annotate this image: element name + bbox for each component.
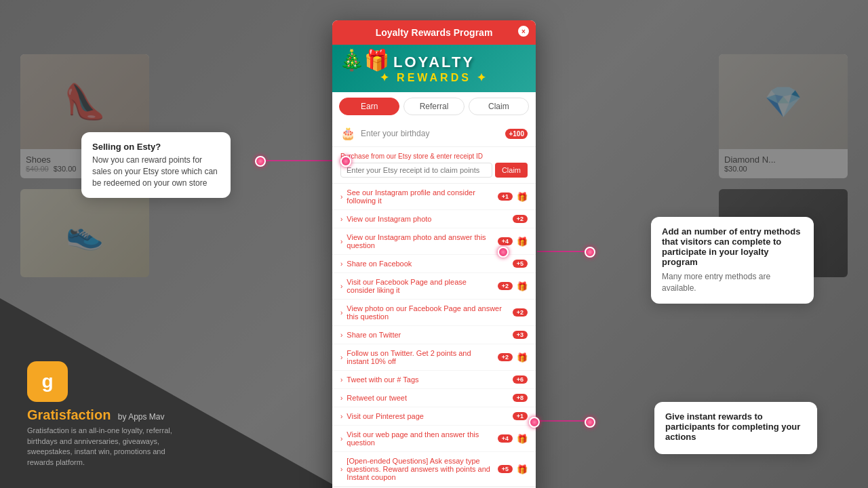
action-row[interactable]: ›View photo on our Facebook Page and ans…: [332, 300, 536, 326]
modal-close-button[interactable]: ×: [517, 24, 530, 38]
etsy-input-row: Claim: [340, 163, 528, 178]
action-row[interactable]: ›[Open-ended Questions] Ask essay type q…: [332, 452, 536, 487]
callout-entry-methods: Add an number of entry methods that visi…: [651, 217, 814, 304]
action-text: Visit our Facebook Page and please consi…: [347, 278, 494, 294]
action-text: View our Instagram photo and answer this…: [347, 233, 494, 249]
action-text: View photo on our Facebook Page and answ…: [347, 304, 509, 321]
gratisfaction-branding: g Gratisfaction by Apps Mav Gratisfactio…: [27, 361, 176, 468]
action-row[interactable]: ›View our Instagram photo+2: [332, 210, 536, 228]
action-points-badge: +2: [513, 215, 528, 223]
gratisfaction-description: Gratisfaction is an all-in-one loyalty, …: [27, 426, 176, 468]
connector-dot-right-bottom-end: [585, 417, 595, 428]
action-text: Visit our Pinterest page: [347, 412, 509, 420]
banner-main-text: LOYALTY: [380, 54, 489, 71]
action-row[interactable]: ›Visit our web page and then answer this…: [332, 426, 536, 452]
birthday-icon: 🎂: [340, 126, 355, 141]
action-chevron-icon: ›: [340, 309, 342, 317]
modal-title: Loyalty Rewards Program: [376, 27, 493, 38]
action-points-badge: +4: [498, 434, 513, 443]
etsy-claim-button[interactable]: Claim: [495, 163, 528, 178]
banner-text-block: LOYALTY ✦ REWARDS ✦: [380, 54, 489, 84]
callout-etsy-selling: Selling on Esty? Now you can reward poin…: [81, 132, 231, 198]
action-row[interactable]: ›Share on Facebook+5: [332, 255, 536, 273]
callout-etsy-title: Selling on Esty?: [92, 142, 220, 152]
action-row[interactable]: ›Retweet our tweet+8: [332, 389, 536, 407]
action-chevron-icon: ›: [340, 413, 342, 420]
connector-dot-right-bottom: [529, 417, 540, 428]
action-chevron-icon: ›: [340, 260, 342, 268]
callout-give-rewards: Give instant rewards to participants for…: [654, 402, 817, 454]
gratisfaction-by: by Apps Mav: [118, 412, 165, 422]
action-chevron-icon: ›: [340, 394, 342, 402]
action-points-badge: +2: [498, 282, 513, 290]
action-text: [Open-ended Questions] Ask essay type qu…: [347, 457, 494, 481]
connector-dot-right-top-end: [585, 247, 595, 258]
close-icon: ×: [521, 28, 526, 35]
action-points-badge: +2: [498, 353, 513, 361]
modal-banner: 🎄🎁 LOYALTY ✦ REWARDS ✦: [332, 45, 536, 92]
action-gift-icon: 🎁: [517, 237, 528, 247]
action-text: Share on Twitter: [347, 331, 509, 339]
tab-claim[interactable]: Claim: [469, 98, 529, 115]
action-points-badge: +4: [498, 237, 513, 245]
callout-entry-subtitle: Many more entry methods are available.: [662, 271, 803, 294]
action-text: Retweet our tweet: [347, 394, 509, 402]
banner-star-left: ✦: [380, 72, 391, 83]
birthday-placeholder: Enter your birthday: [361, 129, 500, 138]
connector-dot-right-top: [498, 247, 509, 258]
action-text: Visit our web page and then answer this …: [347, 430, 494, 447]
etsy-section: Purchase from our Etsy store & enter rec…: [332, 147, 536, 184]
tab-referral[interactable]: Referral: [403, 98, 464, 115]
action-points-badge: +3: [513, 331, 528, 339]
gratisfaction-name-row: Gratisfaction by Apps Mav: [27, 407, 176, 423]
action-chevron-icon: ›: [340, 466, 342, 473]
action-text: Share on Facebook: [347, 260, 509, 268]
action-row[interactable]: ›See our Instagram profile and consider …: [332, 184, 536, 210]
action-chevron-icon: ›: [340, 376, 342, 384]
action-row[interactable]: ›Tweet with our # Tags+6: [332, 371, 536, 389]
action-gift-icon: 🎁: [517, 192, 528, 202]
action-row[interactable]: ›Share on Twitter+3: [332, 326, 536, 344]
action-gift-icon: 🎁: [517, 434, 528, 444]
modal-tabs: Earn Referral Claim: [332, 92, 536, 121]
action-points-badge: +6: [513, 375, 528, 384]
action-text: Follow us on Twitter. Get 2 points and i…: [347, 349, 494, 365]
action-text: See our Instagram profile and consider f…: [347, 188, 494, 205]
callout-entry-title: Add an number of entry methods that visi…: [662, 226, 803, 267]
gratisfaction-logo: g: [27, 361, 68, 402]
action-points-badge: +2: [513, 308, 528, 317]
action-points-badge: +1: [513, 412, 528, 420]
action-chevron-icon: ›: [340, 283, 342, 290]
connector-dot-left-end: [255, 156, 266, 167]
action-row[interactable]: ›Visit our Pinterest page+1: [332, 407, 536, 426]
action-points-badge: +1: [498, 192, 513, 201]
modal-title-bar: Loyalty Rewards Program ×: [332, 20, 536, 45]
action-points-badge: +5: [498, 465, 513, 473]
modal-body: 🎂 Enter your birthday +100 Purchase from…: [332, 121, 536, 487]
etsy-label: Purchase from our Etsy store & enter rec…: [340, 152, 528, 160]
action-chevron-icon: ›: [340, 238, 342, 245]
action-chevron-icon: ›: [340, 354, 342, 361]
callout-rewards-title: Give instant rewards to participants for…: [665, 411, 806, 442]
action-chevron-icon: ›: [340, 435, 342, 443]
etsy-receipt-input[interactable]: [340, 163, 492, 178]
banner-rewards-text: REWARDS: [397, 72, 471, 83]
action-gift-icon: 🎁: [517, 281, 528, 291]
action-gift-icon: 🎁: [517, 464, 528, 474]
action-points-badge: +5: [513, 260, 528, 268]
action-chevron-icon: ›: [340, 216, 342, 223]
tab-earn[interactable]: Earn: [339, 98, 399, 115]
banner-star-right: ✦: [477, 72, 488, 83]
connector-dot-left: [340, 156, 351, 167]
gratisfaction-name: Gratisfaction: [27, 407, 111, 422]
birthday-row[interactable]: 🎂 Enter your birthday +100: [332, 121, 536, 147]
action-chevron-icon: ›: [340, 331, 342, 339]
action-text: View our Instagram photo: [347, 215, 509, 223]
birthday-points-badge: +100: [505, 129, 528, 139]
action-points-badge: +8: [513, 394, 528, 402]
action-row[interactable]: ›Follow us on Twitter. Get 2 points and …: [332, 344, 536, 371]
action-text: Tweet with our # Tags: [347, 375, 509, 384]
actions-list: ›See our Instagram profile and consider …: [332, 184, 536, 487]
action-gift-icon: 🎁: [517, 352, 528, 363]
action-row[interactable]: ›Visit our Facebook Page and please cons…: [332, 273, 536, 300]
